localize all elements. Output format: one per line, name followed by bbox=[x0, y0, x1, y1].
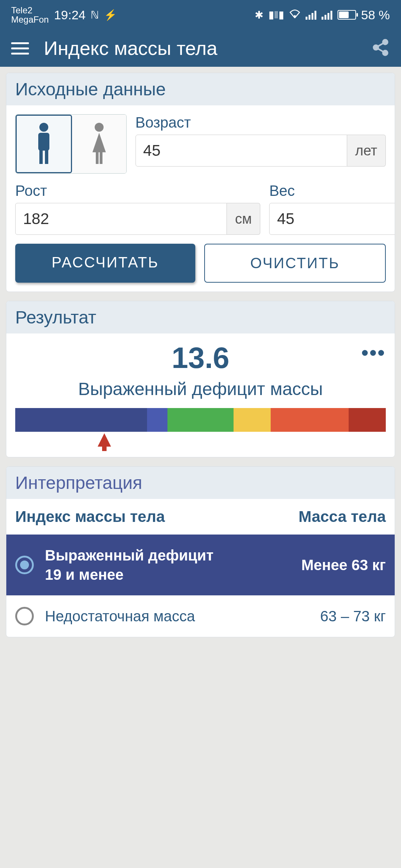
svg-line-4 bbox=[378, 43, 384, 46]
height-input[interactable] bbox=[15, 203, 227, 235]
more-button[interactable]: ••• bbox=[361, 341, 386, 364]
wifi-icon bbox=[289, 9, 300, 21]
svg-line-5 bbox=[378, 49, 384, 52]
input-card: Исходные данные Возраст bbox=[6, 73, 395, 292]
input-card-title: Исходные данные bbox=[6, 73, 395, 105]
status-time: 19:24 bbox=[54, 8, 85, 22]
svg-point-10 bbox=[95, 123, 104, 132]
result-value: 13.6 bbox=[172, 341, 229, 374]
interp-row-label: Выраженный дефицит19 и менее bbox=[45, 546, 231, 584]
interp-row-1[interactable]: Выраженный дефицит19 и менее Менее 63 кг bbox=[6, 535, 395, 595]
svg-point-0 bbox=[294, 15, 296, 17]
svg-rect-7 bbox=[38, 133, 49, 151]
carrier-1: Tele2 bbox=[11, 6, 49, 15]
radio-icon bbox=[15, 607, 34, 625]
gender-male-button[interactable] bbox=[16, 115, 72, 173]
clear-button[interactable]: ОЧИСТИТЬ bbox=[204, 244, 386, 283]
battery-pct: 58 % bbox=[361, 8, 390, 22]
svg-point-6 bbox=[39, 123, 48, 132]
svg-rect-12 bbox=[100, 152, 102, 164]
age-input[interactable] bbox=[136, 135, 347, 167]
interp-row-label: Недостаточная масса bbox=[45, 606, 231, 626]
interp-row-2[interactable]: Недостаточная масса 63 – 73 кг bbox=[6, 595, 395, 637]
svg-rect-8 bbox=[39, 149, 43, 164]
height-unit: см bbox=[227, 203, 260, 235]
signal-2-icon bbox=[322, 10, 332, 20]
vibrate-icon: ▮⦀▮ bbox=[268, 9, 284, 21]
weight-input[interactable] bbox=[269, 203, 395, 235]
menu-button[interactable] bbox=[11, 42, 29, 55]
status-bar: Tele2 MegaFon 19:24 ℕ ⚡ ✱ ▮⦀▮ 58 % bbox=[0, 0, 401, 30]
app-bar: Индекс массы тела bbox=[0, 30, 401, 67]
interpretation-header: Индекс массы тела Масса тела bbox=[6, 499, 395, 535]
battery-icon bbox=[338, 10, 356, 20]
interp-col1: Индекс массы тела bbox=[15, 508, 225, 526]
scale-pointer bbox=[15, 433, 386, 451]
svg-point-3 bbox=[383, 50, 388, 55]
radio-icon bbox=[15, 556, 34, 574]
calculate-button[interactable]: РАССЧИТАТЬ bbox=[15, 244, 195, 283]
age-label: Возраст bbox=[136, 114, 386, 131]
height-label: Рост bbox=[15, 183, 260, 199]
page-title: Индекс массы тела bbox=[44, 37, 356, 59]
interpretation-title: Интерпретация bbox=[6, 467, 395, 499]
svg-rect-11 bbox=[96, 152, 99, 164]
result-description: Выраженный дефицит массы bbox=[6, 379, 395, 408]
bmi-scale bbox=[15, 408, 386, 432]
gender-female-button[interactable] bbox=[72, 115, 126, 173]
svg-point-1 bbox=[383, 40, 388, 45]
svg-point-2 bbox=[374, 45, 378, 50]
result-card-title: Результат bbox=[6, 301, 395, 333]
interp-row-value: Менее 63 кг bbox=[242, 557, 386, 573]
signal-1-icon bbox=[306, 10, 316, 20]
result-card: Результат 13.6 ••• Выраженный дефицит ма… bbox=[6, 301, 395, 457]
nfc-icon: ℕ bbox=[91, 9, 99, 21]
svg-rect-9 bbox=[45, 149, 48, 164]
bluetooth-icon: ✱ bbox=[255, 9, 263, 21]
carrier-2: MegaFon bbox=[11, 15, 49, 24]
interp-col2: Масса тела bbox=[225, 508, 386, 526]
status-extra-icon: ⚡ bbox=[104, 9, 117, 21]
weight-label: Вес bbox=[269, 183, 395, 199]
interpretation-card: Интерпретация Индекс массы тела Масса те… bbox=[6, 466, 395, 637]
age-unit: лет bbox=[347, 135, 386, 167]
interp-row-value: 63 – 73 кг bbox=[242, 608, 386, 625]
gender-toggle bbox=[15, 114, 127, 174]
share-button[interactable] bbox=[371, 38, 390, 58]
